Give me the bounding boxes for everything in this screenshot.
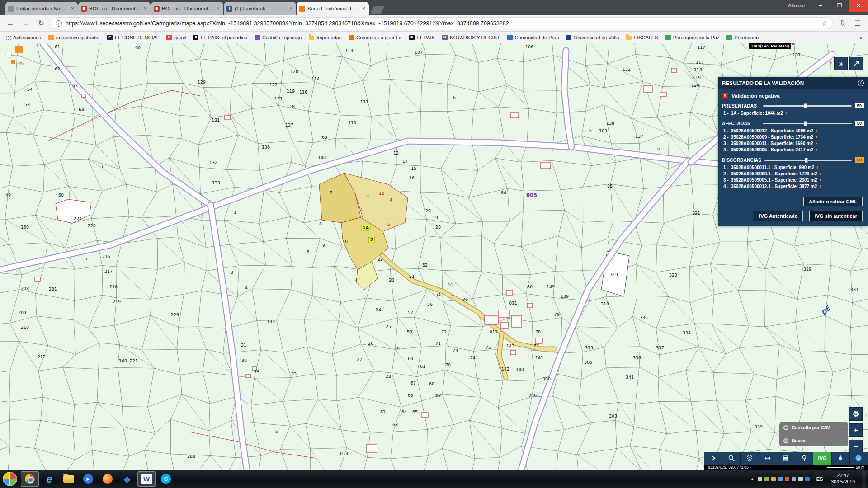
print-icon[interactable] bbox=[777, 452, 795, 465]
chevron-right-icon[interactable]: › bbox=[819, 171, 821, 176]
forward-icon[interactable]: → bbox=[20, 18, 32, 29]
expand-toolbar-icon[interactable] bbox=[704, 452, 722, 465]
language-indicator[interactable]: ES bbox=[815, 476, 825, 482]
chevron-right-icon[interactable]: › bbox=[816, 147, 817, 152]
tab-close-icon[interactable]: × bbox=[216, 6, 221, 11]
bookmark-item[interactable]: Importados bbox=[309, 35, 341, 40]
tray-icon[interactable] bbox=[778, 477, 783, 481]
maximize-icon[interactable]: ❐ bbox=[830, 0, 849, 12]
zoom-out-button[interactable]: − bbox=[849, 440, 863, 453]
presentadas-slider[interactable] bbox=[763, 105, 852, 107]
chevron-right-icon[interactable]: › bbox=[819, 178, 821, 182]
taskbar-app-internet-explorer[interactable]: e bbox=[40, 471, 58, 487]
download-icon[interactable]: ⇩ bbox=[836, 18, 848, 29]
tray-expand-icon[interactable]: ▲ bbox=[750, 477, 755, 481]
bookmark-item[interactable]: Aplicaciones bbox=[5, 35, 41, 40]
bookmark-item[interactable]: FISCALES bbox=[626, 35, 658, 40]
tab-close-icon[interactable]: × bbox=[361, 6, 366, 11]
info-icon[interactable]: i bbox=[850, 452, 868, 465]
tab[interactable]: BBOE.es - Documento con× bbox=[151, 2, 223, 15]
nuevo-radio[interactable] bbox=[783, 438, 788, 443]
parcel-result-row[interactable]: 3 -35028A00509005.1 - Superficie: 2301 m… bbox=[718, 177, 868, 183]
bookmark-item[interactable]: CEL CONFIDENCIAL bbox=[107, 35, 159, 40]
taskbar-app-media-app[interactable]: ▶ bbox=[79, 471, 97, 487]
bookmark-item[interactable]: Comenzar a usar Fir bbox=[349, 35, 401, 40]
parcel-result-row[interactable]: 2 -35028A00500009.1 - Superficie: 1723 m… bbox=[718, 170, 868, 177]
bookmark-item[interactable]: Universidad de Valla bbox=[566, 35, 619, 40]
chevron-right-icon[interactable]: › bbox=[816, 165, 818, 169]
minimize-icon[interactable]: – bbox=[811, 0, 830, 12]
ivg-button[interactable]: IVG bbox=[813, 452, 831, 465]
csv-radio[interactable] bbox=[783, 425, 788, 430]
tab[interactable]: f(1) Facebook× bbox=[224, 2, 296, 15]
nuevo-option[interactable]: Nuevo bbox=[783, 438, 844, 443]
chevron-right-icon[interactable]: › bbox=[815, 141, 817, 145]
panel-collapse-icon[interactable]: » bbox=[834, 57, 848, 70]
parcel-result-row[interactable]: 4 -35028A00509005 - Superficie: 2417 m2› bbox=[718, 146, 868, 153]
afectadas-slider[interactable] bbox=[763, 123, 852, 124]
tray-icon[interactable] bbox=[798, 477, 803, 481]
parcel-result-row[interactable]: 2 -35028A00500009 - Superficie: 1734 m2› bbox=[718, 134, 868, 140]
tab-active[interactable]: Sede Electrónica del Cata× bbox=[297, 2, 369, 15]
bookmark-item[interactable]: Perenquen de la Paz bbox=[665, 35, 720, 40]
close-icon[interactable]: ✕ bbox=[849, 0, 868, 12]
bookmark-item[interactable]: Perenquen bbox=[726, 35, 759, 40]
zoom-search-icon[interactable] bbox=[722, 452, 741, 465]
tab-close-icon[interactable]: × bbox=[70, 6, 75, 11]
zoom-in-button[interactable]: + bbox=[849, 423, 863, 437]
bookmark-item[interactable]: NNOTARIOS Y REGIST bbox=[442, 35, 500, 40]
start-button[interactable] bbox=[3, 472, 17, 486]
tray-icon[interactable] bbox=[764, 477, 769, 481]
marker-icon[interactable] bbox=[795, 452, 813, 465]
tab-close-icon[interactable]: × bbox=[288, 6, 293, 11]
new-tab-button[interactable] bbox=[370, 6, 384, 14]
tray-icon[interactable] bbox=[805, 477, 810, 481]
parcel-result-row[interactable]: 4 -35028A00500012.1 - Superficie: 3877 m… bbox=[718, 183, 868, 189]
measure-icon[interactable] bbox=[759, 452, 777, 465]
parcel-result-row[interactable]: 1 -35028A00500012 - Superficie: 4096 m2› bbox=[718, 127, 868, 134]
map-viewport[interactable]: 6160956254635364113107106108101117117118… bbox=[0, 43, 868, 470]
tray-icon[interactable] bbox=[792, 477, 796, 481]
tab[interactable]: BBOE.es - Documento con× bbox=[78, 2, 151, 15]
slider-handle[interactable] bbox=[804, 121, 807, 126]
tab[interactable]: Editar entrada ‹ Notarios× bbox=[5, 2, 78, 15]
parcel-result-row[interactable]: 1 -35028A00500011.1 - Superficie: 990 m2… bbox=[718, 164, 868, 170]
bookmark-item[interactable]: Mgamil bbox=[166, 35, 186, 40]
taskbar-app-file-explorer[interactable] bbox=[60, 471, 78, 487]
taskbar-app-firefox[interactable] bbox=[99, 471, 117, 487]
bookmarks-overflow-icon[interactable]: » bbox=[860, 35, 863, 40]
layers-icon[interactable] bbox=[741, 452, 759, 465]
tab-close-icon[interactable]: × bbox=[143, 6, 148, 11]
url-text[interactable]: https://www1.sedecatastro.gob.es/Cartogr… bbox=[66, 20, 818, 27]
back-icon[interactable]: ← bbox=[5, 18, 16, 29]
tray-icon[interactable] bbox=[771, 477, 776, 481]
profile-name[interactable]: Alfonso bbox=[788, 3, 805, 8]
ivg-unauthenticated-button[interactable]: IVG sin autenticar bbox=[809, 211, 863, 221]
address-bar[interactable]: i https://www1.sedecatastro.gob.es/Carto… bbox=[51, 17, 833, 29]
parcel-result-row[interactable]: 3 -35028A00500011 - Superficie: 1690 m2› bbox=[718, 140, 868, 146]
menu-icon[interactable]: ☰ bbox=[852, 18, 863, 29]
reload-icon[interactable]: ↻ bbox=[35, 18, 47, 29]
add-remove-gml-button[interactable]: Añadir o retirar GML bbox=[803, 197, 863, 206]
chevron-right-icon[interactable]: › bbox=[816, 128, 817, 133]
csv-query-option[interactable]: Consulta por CSV bbox=[783, 425, 844, 430]
slider-handle[interactable] bbox=[805, 158, 808, 163]
chevron-right-icon[interactable]: › bbox=[819, 184, 821, 188]
fullscreen-icon[interactable] bbox=[849, 57, 863, 70]
bookmark-item[interactable]: notariosyregistrador bbox=[48, 35, 100, 40]
tray-icon[interactable] bbox=[785, 477, 789, 481]
map-settings-gear-icon[interactable]: ⚙ bbox=[849, 407, 863, 421]
page-info-icon[interactable]: i bbox=[56, 20, 62, 27]
discordancias-slider[interactable] bbox=[764, 160, 852, 161]
taskbar-app-chrome[interactable] bbox=[21, 471, 39, 487]
slider-handle[interactable] bbox=[804, 103, 807, 108]
ivg-authenticated-button[interactable]: IVG Autenticado bbox=[754, 211, 803, 221]
panel-info-icon[interactable]: i bbox=[858, 80, 864, 86]
bookmark-star-icon[interactable]: ☆ bbox=[822, 19, 828, 28]
taskbar-app-dropbox[interactable]: ◆ bbox=[118, 471, 136, 487]
clock[interactable]: 22:47 30/05/2019 bbox=[827, 473, 859, 485]
parcel-result-row[interactable]: 1 -1A - Superficie: 1046 m2› bbox=[718, 110, 868, 116]
tray-icon[interactable] bbox=[758, 477, 762, 481]
bookmark-item[interactable]: Castrillo Tejeriego bbox=[255, 35, 302, 40]
bookmark-item[interactable]: EEL PAÍS: el periódico bbox=[193, 35, 247, 40]
